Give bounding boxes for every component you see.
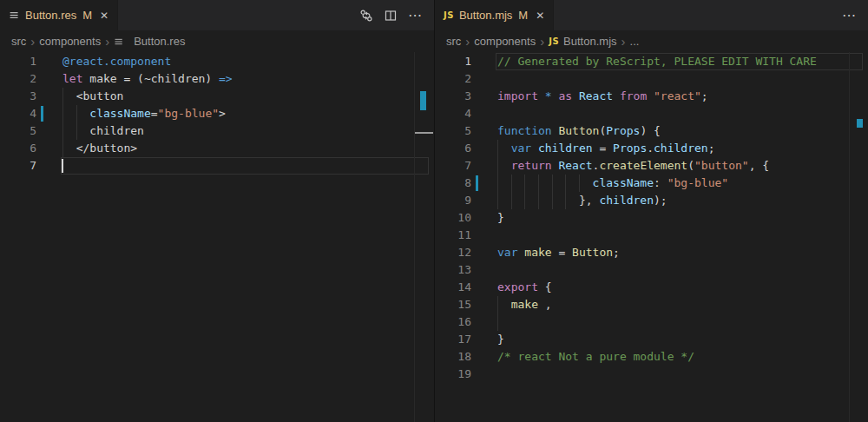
code-line[interactable]: 15 make ,	[435, 296, 868, 313]
code-line[interactable]: 19	[435, 366, 868, 383]
breadcrumb-item[interactable]: src	[11, 35, 26, 48]
line-number: 19	[435, 366, 471, 383]
tab-button-res[interactable]: Button.res M ✕	[0, 0, 118, 30]
breadcrumb-item[interactable]: components	[474, 35, 536, 48]
indent-guide	[538, 192, 539, 209]
code-token: {	[545, 280, 552, 293]
code-line-content[interactable]: function Button(Props) {	[497, 122, 868, 140]
gutter-decorations	[471, 175, 497, 192]
tab-bar-left: Button.res M ✕ ⋯	[0, 0, 434, 30]
code-line-content[interactable]	[497, 70, 868, 88]
more-actions-icon[interactable]: ⋯	[408, 9, 422, 23]
code-line[interactable]: 2	[435, 70, 868, 88]
code-token: =	[151, 107, 158, 120]
code-line[interactable]: 18/* react Not a pure module */	[435, 348, 868, 366]
indent-guide	[62, 88, 63, 105]
code-line-content[interactable]: export {	[497, 279, 868, 296]
code-line-content[interactable]: }, children);	[497, 192, 868, 209]
code-editor-left[interactable]: 1@react.component2let make = (~children)…	[0, 52, 434, 422]
code-line-content[interactable]	[497, 227, 868, 244]
tab-button-mjs[interactable]: JS Button.mjs M ✕	[435, 0, 554, 30]
code-line[interactable]: 1@react.component	[0, 53, 434, 70]
code-line-content[interactable]: let make = (~children) =>	[62, 70, 434, 88]
code-token: Props	[606, 124, 640, 137]
indent-guide	[62, 140, 63, 157]
code-token: }	[497, 211, 504, 224]
code-line[interactable]: 10}	[435, 209, 868, 227]
code-line-content[interactable]	[62, 157, 434, 175]
indent-guide	[579, 175, 580, 192]
code-line[interactable]: 7	[0, 157, 434, 175]
code-line-content[interactable]: /* react Not a pure module */	[497, 348, 868, 366]
code-line-content[interactable]: }	[497, 331, 868, 348]
code-line-content[interactable]: }	[497, 209, 868, 227]
breadcrumb-filename: Button.res	[134, 35, 185, 48]
code-line-content[interactable]: children	[62, 122, 434, 140]
code-line[interactable]: 2let make = (~children) =>	[0, 70, 434, 88]
code-line[interactable]: 11	[435, 227, 868, 244]
breadcrumb-file[interactable]: Button.res	[114, 35, 185, 48]
code-line[interactable]: 8 className: "bg-blue"	[435, 175, 868, 192]
indent-guide	[497, 175, 498, 192]
code-line[interactable]: 3 <button	[0, 88, 434, 105]
overview-ruler	[849, 52, 850, 422]
code-line[interactable]: 7 return React.createElement("button", {	[435, 157, 868, 175]
indent-guide	[524, 175, 525, 192]
code-line[interactable]: 5 children	[0, 122, 434, 140]
code-line-content[interactable]	[497, 366, 868, 383]
code-line-content[interactable]: var make = Button;	[497, 244, 868, 261]
code-line-content[interactable]	[497, 261, 868, 279]
code-line-content[interactable]: </button>	[62, 140, 434, 157]
code-line[interactable]: 1// Generated by ReScript, PLEASE EDIT W…	[435, 53, 868, 70]
code-line[interactable]: 16	[435, 313, 868, 331]
code-line-content[interactable]: var children = Props.children;	[497, 140, 868, 157]
code-line[interactable]: 3import * as React from "react";	[435, 88, 868, 105]
code-line-content[interactable]: import * as React from "react";	[497, 88, 868, 105]
code-line[interactable]: 17}	[435, 331, 868, 348]
git-modified-gutter-marker	[41, 106, 43, 122]
code-line-content[interactable]: return React.createElement("button", {	[497, 157, 868, 175]
split-editor-icon[interactable]	[384, 9, 398, 23]
modified-badge: M	[518, 9, 528, 22]
breadcrumb-right: src›components›JSButton.mjs›...	[435, 30, 868, 52]
line-number: 4	[435, 105, 471, 122]
breadcrumb-item[interactable]: components	[39, 35, 101, 48]
code-line[interactable]: 14export {	[435, 279, 868, 296]
code-line[interactable]: 4	[435, 105, 868, 122]
code-line[interactable]: 4 className="bg-blue">	[0, 105, 434, 122]
gutter-decorations	[471, 366, 497, 383]
code-line[interactable]: 9 }, children);	[435, 192, 868, 209]
code-token: Props	[613, 142, 647, 155]
open-changes-icon[interactable]	[359, 9, 373, 23]
editor-actions-right: ⋯	[842, 0, 868, 30]
code-token: ;	[708, 142, 715, 155]
breadcrumb-file[interactable]: JSButton.mjs	[549, 35, 616, 48]
more-actions-icon[interactable]: ⋯	[842, 9, 856, 23]
code-line[interactable]: 13	[435, 261, 868, 279]
chevron-right-icon: ›	[465, 35, 470, 48]
close-icon[interactable]: ✕	[100, 10, 108, 22]
code-editor-right[interactable]: 1// Generated by ReScript, PLEASE EDIT W…	[435, 52, 868, 422]
gutter-decorations	[36, 157, 62, 175]
breadcrumb-symbol-ellipsis[interactable]: ...	[630, 35, 640, 48]
code-token: createElement	[599, 159, 687, 172]
close-icon[interactable]: ✕	[536, 10, 544, 22]
code-token: children	[538, 142, 593, 155]
code-line-content[interactable]: make ,	[497, 296, 868, 313]
code-line[interactable]: 12var make = Button;	[435, 244, 868, 261]
code-line-content[interactable]: <button	[62, 88, 434, 105]
code-line-content[interactable]	[497, 105, 868, 122]
code-line[interactable]: 5function Button(Props) {	[435, 122, 868, 140]
code-token: var	[511, 142, 538, 155]
code-line-content[interactable]	[497, 313, 868, 331]
code-line-content[interactable]: className="bg-blue">	[62, 105, 434, 122]
rescript-file-icon	[114, 36, 124, 47]
code-line-content[interactable]: @react.component	[62, 53, 434, 70]
code-line[interactable]: 6 </button>	[0, 140, 434, 157]
line-number: 1	[435, 53, 471, 70]
breadcrumb-item[interactable]: src	[446, 35, 461, 48]
code-line-content[interactable]: className: "bg-blue"	[497, 175, 868, 192]
code-line[interactable]: 6 var children = Props.children;	[435, 140, 868, 157]
code-line-content[interactable]: // Generated by ReScript, PLEASE EDIT WI…	[497, 53, 868, 70]
code-token: Button	[572, 246, 613, 259]
